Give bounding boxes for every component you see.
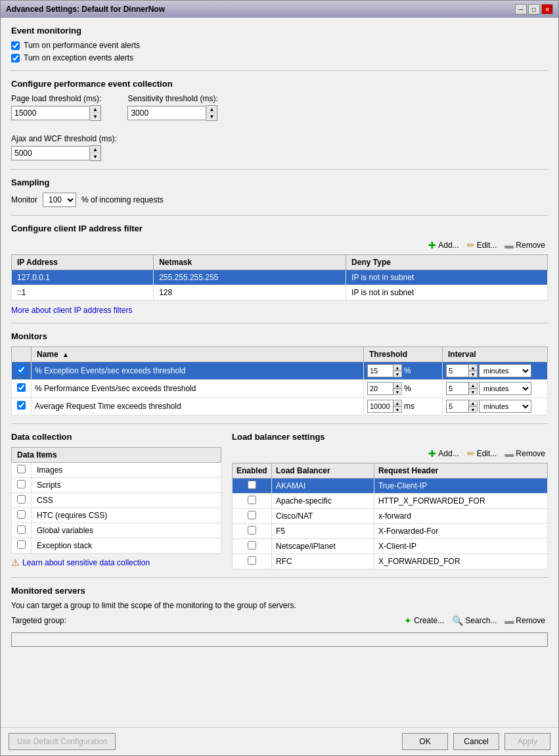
images-checkbox[interactable] (17, 465, 26, 473)
threshold-down[interactable]: ▼ (393, 371, 402, 377)
lb-name-cell: F5 (272, 524, 374, 539)
table-row[interactable]: ::1 128 IP is not in subnet (12, 285, 548, 300)
sensitivity-up[interactable]: ▲ (206, 106, 217, 113)
global-vars-label: Global variables (32, 523, 221, 538)
separator-2 (11, 169, 548, 170)
table-row[interactable]: F5 X-Forwarded-For (233, 524, 548, 539)
threshold-down[interactable]: ▼ (393, 406, 402, 413)
monitor-select[interactable]: 100 50 25 10 (43, 193, 76, 207)
ip-edit-button[interactable]: ✏ Edit... (464, 239, 500, 252)
exception-alerts-checkbox[interactable] (11, 54, 20, 62)
monitor-row[interactable]: % Performance Events/sec exceeds thresho… (12, 380, 548, 398)
monitor-row-checkbox[interactable] (17, 383, 26, 392)
ip-remove-button[interactable]: ▬ Remove (502, 239, 548, 252)
separator-5 (11, 423, 548, 424)
interval-spin-buttons: ▲ ▼ (469, 400, 478, 413)
scripts-checkbox[interactable] (17, 480, 26, 488)
bottom-left: Use Default Configuration (9, 733, 116, 750)
table-row[interactable]: 127.0.0.1 255.255.255.255 IP is not in s… (12, 270, 548, 285)
page-load-up[interactable]: ▲ (90, 106, 101, 113)
maximize-button[interactable]: □ (528, 4, 540, 14)
remove-icon: ▬ (504, 240, 514, 250)
lb-header-cell: X-Client-IP (374, 539, 547, 554)
ajax-up[interactable]: ▲ (90, 146, 101, 153)
page-load-down[interactable]: ▼ (90, 113, 101, 120)
sampling-section: Sampling Monitor 100 50 25 10 % of incom… (11, 177, 548, 207)
search-button[interactable]: 🔍 Search... (449, 614, 499, 627)
close-button[interactable]: ✕ (541, 4, 553, 14)
interval-down[interactable]: ▼ (469, 406, 478, 413)
interval-unit-select[interactable]: minutes seconds hours (479, 364, 531, 377)
sensitivity-down[interactable]: ▼ (206, 113, 217, 120)
threshold-up[interactable]: ▲ (393, 364, 402, 371)
table-row[interactable]: RFC X_FORWARDED_FOR (233, 554, 548, 569)
monitor-threshold-cell: ▲ ▼ ms (364, 398, 443, 415)
create-button[interactable]: ✦ Create... (401, 614, 447, 627)
monitor-name-header: Name ▲ (32, 347, 364, 362)
ajax-input[interactable] (11, 146, 90, 160)
table-row[interactable]: AKAMAI True-Client-IP (233, 479, 548, 494)
deny-cell: IP is not in subnet (346, 270, 548, 285)
threshold-input[interactable] (367, 382, 393, 395)
threshold-up[interactable]: ▲ (393, 382, 402, 389)
interval-down[interactable]: ▼ (469, 371, 478, 377)
cancel-button[interactable]: Cancel (453, 733, 499, 750)
htc-checkbox[interactable] (17, 510, 26, 519)
use-default-button[interactable]: Use Default Configuration (9, 733, 116, 750)
threshold-up[interactable]: ▲ (393, 400, 402, 406)
search-icon: 🔍 (452, 615, 463, 626)
monitor-row[interactable]: Average Request Time exceeds threshold ▲… (12, 398, 548, 415)
threshold-input[interactable] (367, 400, 393, 413)
table-row[interactable]: Apache-specific HTTP_X_FORWARDED_FOR (233, 494, 548, 509)
interval-up[interactable]: ▲ (469, 400, 478, 406)
exception-stack-checkbox[interactable] (17, 540, 26, 549)
minimize-button[interactable]: ─ (515, 4, 527, 14)
lb-enabled-header: Enabled (233, 463, 272, 479)
apply-button[interactable]: Apply (504, 733, 550, 750)
list-item: CSS (12, 493, 221, 508)
page-load-input[interactable] (11, 106, 90, 120)
lb-edit-button[interactable]: ✏ Edit... (464, 447, 500, 460)
interval-unit-select[interactable]: minutes seconds hours (479, 382, 531, 395)
ip-add-button[interactable]: ✚ Add... (426, 239, 461, 252)
list-item: Images (12, 463, 221, 478)
threshold-down[interactable]: ▼ (393, 389, 402, 395)
learn-link[interactable]: Learn about sensitive data collection (22, 558, 150, 567)
css-checkbox[interactable] (17, 495, 26, 504)
servers-remove-button[interactable]: ▬ Remove (502, 614, 548, 627)
perf-alerts-checkbox[interactable] (11, 41, 20, 50)
lb-enabled-checkbox[interactable] (248, 541, 256, 550)
ajax-down[interactable]: ▼ (90, 153, 101, 160)
targeted-group-input[interactable] (11, 632, 548, 647)
table-row[interactable]: Netscape/iPlanet X-Client-IP (233, 539, 548, 554)
threshold-input[interactable] (367, 364, 393, 377)
global-vars-checkbox[interactable] (17, 525, 26, 534)
ip-more-link[interactable]: More about client IP address filters (11, 306, 133, 315)
interval-input[interactable] (446, 400, 469, 413)
table-row[interactable]: Cisco/NAT x-forward (233, 509, 548, 524)
ajax-spinbox: ▲ ▼ (11, 145, 548, 161)
interval-up[interactable]: ▲ (469, 382, 478, 389)
lb-add-button[interactable]: ✚ Add... (426, 447, 461, 460)
lb-remove-button[interactable]: ▬ Remove (502, 447, 548, 460)
interval-down[interactable]: ▼ (469, 389, 478, 395)
lb-remove-label: Remove (516, 449, 545, 458)
monitor-row-checkbox[interactable] (17, 366, 26, 374)
lb-enabled-checkbox[interactable] (248, 526, 256, 534)
sensitivity-input[interactable] (127, 106, 206, 120)
ok-button[interactable]: OK (402, 733, 448, 750)
interval-unit-select[interactable]: minutes seconds hours (479, 400, 531, 413)
monitor-row-checkbox[interactable] (17, 401, 26, 410)
interval-up[interactable]: ▲ (469, 364, 478, 371)
interval-container: ▲ ▼ minutes seconds hours (446, 400, 544, 413)
lb-enabled-checkbox[interactable] (248, 511, 256, 519)
lb-enabled-checkbox[interactable] (248, 496, 256, 504)
threshold-spin-buttons: ▲ ▼ (393, 382, 402, 395)
lb-enabled-checkbox[interactable] (248, 481, 256, 489)
interval-input[interactable] (446, 364, 469, 377)
monitor-row[interactable]: % Exception Events/sec exceeds threshold… (12, 362, 548, 380)
lb-name-cell: Cisco/NAT (272, 509, 374, 524)
interval-input[interactable] (446, 382, 469, 395)
ip-filter-section: Configure client IP address filter ✚ Add… (11, 224, 548, 315)
lb-enabled-checkbox[interactable] (248, 556, 256, 565)
